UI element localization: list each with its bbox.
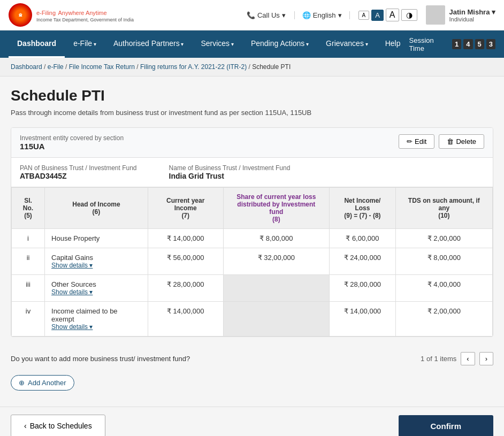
cell-loss-iv	[223, 302, 329, 336]
nav-efile[interactable]: e-File	[65, 30, 105, 58]
show-details-iv[interactable]: Show details ▾	[51, 323, 141, 331]
user-info: Jatin Mishra ▾ Individual	[426, 5, 495, 25]
cell-tds-iv: ₹ 2,00,000	[395, 302, 492, 336]
trust-name-block: Name of Business Trust / Investment Fund…	[169, 164, 291, 180]
items-count: 1 of 1 items	[421, 355, 456, 363]
cell-head-ii: Capital Gains Show details ▾	[45, 248, 148, 275]
cell-income-i: ₹ 14,00,000	[148, 229, 223, 248]
breadcrumb-filing-returns[interactable]: Filing returns for A.Y. 2021-22 (ITR-2)	[140, 63, 247, 71]
back-to-schedules-button[interactable]: ‹ Back to Schedules	[11, 415, 105, 436]
cell-loss-iii	[223, 275, 329, 302]
user-type: Individual	[449, 16, 495, 22]
main-nav: Dashboard e-File Authorised Partners Ser…	[0, 30, 504, 58]
breadcrumb: Dashboard / e-File / File Income Tax Ret…	[0, 58, 504, 77]
contrast-button[interactable]: ◑	[401, 9, 417, 21]
table-row: i House Property ₹ 14,00,000 ₹ 8,00,000 …	[12, 229, 493, 248]
table-row: ii Capital Gains Show details ▾ ₹ 56,00,…	[12, 248, 493, 275]
cell-head-iv: Income claimed to be exempt Show details…	[45, 302, 148, 336]
cell-tds-ii: ₹ 8,00,000	[395, 248, 492, 275]
add-another-button[interactable]: ⊕ Add Another	[11, 375, 74, 391]
income-table: Sl. No.(5) Head of Income(6) Current yea…	[11, 187, 493, 336]
session-digit-1: 1	[452, 39, 461, 49]
session-digit-2: 4	[463, 39, 472, 49]
session-digit-4: 3	[486, 39, 495, 49]
cell-head-i: House Property	[45, 229, 148, 248]
breadcrumb-efile[interactable]: e-File	[48, 63, 64, 71]
top-header: 🏛 e-Filing Anywhere Anytime Income Tax D…	[0, 0, 504, 30]
main-content: Schedule PTI Pass through income details…	[0, 77, 504, 401]
cell-sl-iv: iv	[12, 302, 45, 336]
cell-income-iv: ₹ 14,00,000	[148, 302, 223, 336]
user-avatar	[426, 5, 445, 25]
add-question: Do you want to add more business trust/ …	[11, 355, 190, 363]
breadcrumb-dashboard[interactable]: Dashboard	[11, 63, 42, 71]
cell-income-ii: ₹ 56,00,000	[148, 248, 223, 275]
pan-block: PAN of Business Trust / Investment Fund …	[20, 164, 137, 180]
user-name[interactable]: Jatin Mishra ▾	[449, 8, 495, 16]
nav-dashboard[interactable]: Dashboard	[9, 30, 65, 58]
col-sl: Sl. No.(5)	[12, 188, 45, 229]
cell-sl-iii: iii	[12, 275, 45, 302]
col-current-income: Current year Income(7)	[148, 188, 223, 229]
logo-area: 🏛 e-Filing Anywhere Anytime Income Tax D…	[9, 3, 134, 27]
items-count-area: 1 of 1 items ‹ ›	[421, 352, 493, 365]
session-digit-3: 5	[475, 39, 484, 49]
cell-tds-i: ₹ 2,00,000	[395, 229, 492, 248]
table-row: iii Other Sources Show details ▾ ₹ 28,00…	[12, 275, 493, 302]
edit-icon: ✏	[407, 137, 413, 146]
cell-net-iii: ₹ 28,00,000	[330, 275, 396, 302]
breadcrumb-file-itr[interactable]: File Income Tax Return	[69, 63, 135, 71]
font-small-button[interactable]: A	[358, 11, 370, 20]
back-icon: ‹	[24, 422, 27, 430]
section-label: Investment entity covered by section	[20, 134, 124, 142]
col-head: Head of Income(6)	[45, 188, 148, 229]
language-selector[interactable]: 🌐 English ▾	[294, 11, 350, 19]
page-subtitle: Pass through income details from busines…	[11, 109, 493, 117]
page-title: Schedule PTI	[11, 87, 493, 104]
trust-name-value: India Grid Trust	[169, 172, 291, 180]
card-header: Investment entity covered by section 115…	[11, 128, 493, 158]
breadcrumb-current: Schedule PTI	[252, 63, 291, 71]
pan-label: PAN of Business Trust / Investment Fund	[20, 164, 137, 172]
font-medium-button[interactable]: A	[371, 10, 384, 21]
delete-button[interactable]: 🗑 Delete	[439, 134, 484, 149]
nav-services[interactable]: Services	[192, 30, 242, 58]
cell-sl-ii: ii	[12, 248, 45, 275]
cell-net-ii: ₹ 24,00,000	[330, 248, 396, 275]
col-net-income: Net Income/ Loss(9) = (7) - (8)	[330, 188, 396, 229]
call-us-button[interactable]: 📞 Call Us ▾	[247, 11, 286, 19]
cell-head-iii: Other Sources Show details ▾	[45, 275, 148, 302]
card-actions: ✏ Edit 🗑 Delete	[399, 134, 484, 149]
col-tds: TDS on such amount, if any(10)	[395, 188, 492, 229]
cell-income-iii: ₹ 28,00,000	[148, 275, 223, 302]
nav-grievances[interactable]: Grievances	[317, 30, 377, 58]
cell-net-i: ₹ 6,00,000	[330, 229, 396, 248]
cell-loss-ii: ₹ 32,00,000	[223, 248, 329, 275]
edit-button[interactable]: ✏ Edit	[399, 134, 434, 149]
nav-pending-actions[interactable]: Pending Actions	[242, 30, 317, 58]
cell-tds-iii: ₹ 4,00,000	[395, 275, 492, 302]
next-page-button[interactable]: ›	[479, 352, 493, 365]
bottom-actions: Do you want to add more business trust/ …	[11, 348, 493, 372]
cell-sl-i: i	[12, 229, 45, 248]
logo-sub: Income Tax Department, Government of Ind…	[36, 17, 134, 22]
logo-emblem: 🏛	[9, 3, 32, 27]
session-time: Session Time 1 4 5 3	[409, 36, 495, 52]
footer-bar: ‹ Back to Schedules Confirm	[0, 407, 504, 436]
cell-net-iv: ₹ 14,00,000	[330, 302, 396, 336]
trust-name-label: Name of Business Trust / Investment Fund	[169, 164, 291, 172]
add-icon: ⊕	[19, 379, 25, 387]
nav-authorised-partners[interactable]: Authorised Partners	[105, 30, 193, 58]
nav-help[interactable]: Help	[377, 30, 409, 58]
prev-page-button[interactable]: ‹	[461, 352, 475, 365]
show-details-ii[interactable]: Show details ▾	[51, 262, 141, 269]
show-details-iii[interactable]: Show details ▾	[51, 288, 141, 296]
font-large-button[interactable]: A	[386, 9, 399, 21]
confirm-button[interactable]: Confirm	[399, 415, 494, 437]
header-right: 📞 Call Us ▾ 🌐 English ▾ A A A ◑ Jatin Mi…	[247, 5, 495, 25]
col-loss-share: Share of current year lossdistributed by…	[223, 188, 329, 229]
table-row: iv Income claimed to be exempt Show deta…	[12, 302, 493, 336]
card-info: PAN of Business Trust / Investment Fund …	[11, 158, 493, 187]
font-controls: A A A ◑	[358, 9, 417, 21]
logo-efiling: e-Filing Anywhere Anytime	[36, 7, 134, 17]
